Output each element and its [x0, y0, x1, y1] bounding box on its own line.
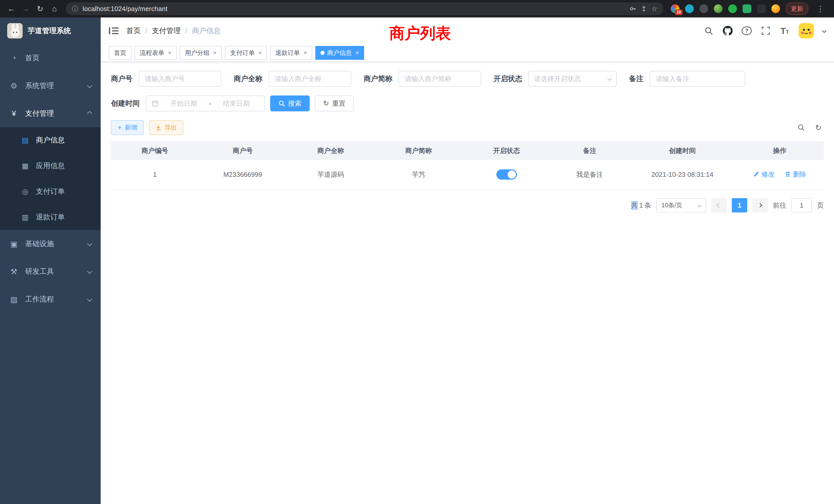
close-icon[interactable]: × [168, 49, 172, 56]
github-icon[interactable] [723, 25, 733, 37]
filter-label: 创建时间 [111, 98, 140, 108]
font-size-icon[interactable]: TT [780, 25, 790, 37]
close-icon[interactable]: × [355, 49, 359, 56]
home-icon[interactable]: ⌂ [47, 2, 62, 16]
navbar-actions: ? TT [704, 23, 826, 39]
tab-user-group[interactable]: 用户分组× [180, 46, 222, 60]
short-name-input[interactable] [398, 71, 481, 87]
close-icon[interactable]: × [304, 49, 307, 56]
url-bar[interactable]: ⓘ localhost:1024/pay/merchant ↥ ☆ [66, 2, 663, 15]
cell-merchant-no: M233666999 [199, 159, 287, 190]
hamburger-icon[interactable] [109, 27, 118, 35]
filter-row-1: 商户号 商户全称 商户简称 开启状态 请选择开启状态 [111, 71, 824, 87]
breadcrumb-payment[interactable]: 支付管理 [152, 26, 181, 36]
back-icon[interactable]: ← [4, 2, 19, 16]
site-info-icon[interactable]: ⓘ [72, 5, 78, 13]
goto-page-input[interactable] [791, 198, 812, 212]
share-icon[interactable]: ↥ [641, 5, 647, 13]
sidebar-item-refund-order[interactable]: ▥ 退款订单 [0, 204, 101, 230]
reload-icon[interactable]: ↻ [33, 2, 47, 16]
breadcrumb-separator: / [185, 27, 188, 35]
extension-icon[interactable] [757, 4, 766, 13]
extension-icon[interactable] [771, 4, 780, 13]
sidebar-item-infrastructure[interactable]: ▣ 基础设施 [0, 230, 101, 258]
browser-menu-icon[interactable]: ⋮ [814, 4, 827, 13]
add-button[interactable]: + 新增 [111, 120, 144, 135]
edit-button[interactable]: 修改 [753, 170, 775, 179]
col-status: 开启状态 [463, 142, 550, 159]
close-icon[interactable]: × [213, 49, 217, 56]
status-toggle[interactable] [496, 169, 517, 180]
sidebar-item-merchant-info[interactable]: ▤ 商户信息 [0, 127, 101, 153]
tab-home[interactable]: 首页 [109, 46, 131, 60]
extension-icon[interactable]: 10 [671, 4, 679, 13]
reset-button[interactable]: ↻ 重置 [315, 95, 354, 111]
merchant-no-input[interactable] [139, 71, 221, 87]
page-size-select[interactable]: 10条/页 [656, 198, 706, 212]
browser-chrome: ← → ↻ ⌂ ⓘ localhost:1024/pay/merchant ↥ … [0, 0, 834, 18]
chevron-down-icon [87, 241, 92, 246]
extension-icon[interactable] [743, 4, 751, 13]
url-text: localhost:1024/pay/merchant [83, 5, 625, 13]
tab-pay-order[interactable]: 支付订单× [225, 46, 267, 60]
browser-update-button[interactable]: 更新 [786, 3, 808, 15]
sidebar-item-app-info[interactable]: ▦ 应用信息 [0, 153, 101, 179]
breadcrumb-current: 商户信息 [192, 26, 221, 36]
pagination: 共1条 10条/页 1 前往 页 [111, 198, 824, 212]
remark-input[interactable] [650, 71, 745, 87]
navbar: 首页 / 支付管理 / 商户信息 ? TT [101, 18, 834, 44]
search-button[interactable]: 搜索 [270, 95, 310, 111]
chevron-down-icon[interactable] [822, 29, 827, 33]
filter-label: 开启状态 [493, 74, 522, 84]
extension-icon[interactable] [714, 4, 723, 13]
sidebar-item-devtools[interactable]: ⚒ 研发工具 [0, 258, 101, 285]
extension-icon[interactable] [685, 4, 694, 13]
filter-merchant-no: 商户号 [111, 71, 221, 87]
full-name-input[interactable] [269, 71, 351, 87]
sidebar-item-workflow[interactable]: ▨ 工作流程 [0, 285, 101, 313]
tab-refund-order[interactable]: 退款订单× [270, 46, 312, 60]
sidebar-item-label: 系统管理 [25, 81, 54, 91]
delete-button[interactable]: 删除 [785, 170, 806, 179]
sidebar-item-payment[interactable]: ¥ 支付管理 [0, 99, 101, 127]
filter-full-name: 商户全称 [234, 71, 351, 87]
forward-icon[interactable]: → [19, 2, 33, 16]
sidebar-item-label: 应用信息 [36, 161, 65, 171]
record-icon: ◎ [21, 187, 30, 196]
chevron-up-icon [87, 111, 92, 116]
search-icon[interactable] [704, 25, 714, 37]
export-button[interactable]: 导出 [149, 120, 183, 135]
sidebar-item-label: 支付订单 [36, 187, 65, 196]
sidebar-item-system[interactable]: ⚙ 系统管理 [0, 72, 101, 99]
extension-icon[interactable] [728, 4, 737, 13]
col-full-name: 商户全称 [287, 142, 375, 159]
avatar[interactable] [798, 23, 814, 39]
extension-icon[interactable] [699, 4, 708, 13]
prev-page-button[interactable] [711, 198, 727, 212]
cell-merchant-id: 1 [111, 159, 199, 190]
sidebar-item-pay-order[interactable]: ◎ 支付订单 [0, 179, 101, 204]
password-key-icon[interactable] [629, 5, 637, 12]
filter-label: 商户简称 [364, 74, 392, 84]
active-tab-dot [321, 51, 325, 55]
logo[interactable]: 芋道管理系统 [0, 18, 101, 44]
sidebar-item-home[interactable]: ◔ 首页 [0, 44, 101, 72]
current-page-button[interactable]: 1 [732, 198, 747, 212]
next-page-button[interactable] [752, 198, 768, 212]
chevron-down-icon [87, 297, 92, 302]
refresh-table-icon[interactable]: ↻ [815, 123, 822, 132]
status-select[interactable]: 请选择开启状态 [528, 71, 617, 87]
help-icon[interactable]: ? [742, 26, 752, 35]
close-icon[interactable]: × [258, 49, 262, 56]
chevron-down-icon [87, 83, 92, 88]
breadcrumb-home[interactable]: 首页 [126, 26, 141, 36]
col-remark: 备注 [550, 142, 629, 159]
gear-icon: ⚙ [9, 81, 19, 90]
toggle-search-icon[interactable] [797, 124, 805, 131]
breadcrumb-separator: / [145, 27, 147, 35]
bookmark-star-icon[interactable]: ☆ [652, 5, 657, 13]
tab-merchant-info[interactable]: 商户信息× [315, 46, 364, 60]
create-time-range-picker[interactable]: 开始日期 - 结束日期 [146, 95, 265, 111]
tab-process-form[interactable]: 流程表单× [135, 46, 177, 60]
fullscreen-icon[interactable] [761, 25, 771, 37]
